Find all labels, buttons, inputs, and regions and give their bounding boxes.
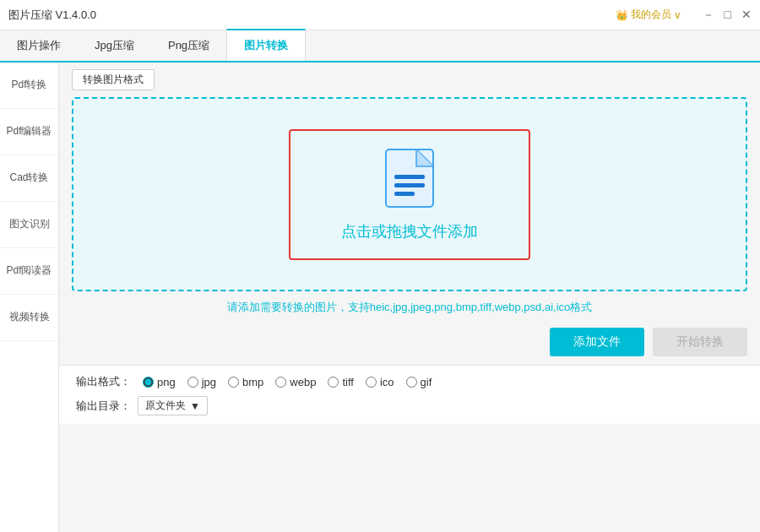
drop-text: 点击或拖拽文件添加 (341, 221, 478, 242)
sidebar-item-pdf-reader[interactable]: Pdf阅读器 (0, 248, 58, 295)
sub-toolbar: 转换图片格式 (59, 62, 760, 97)
output-format-row: 输出格式： png jpg bmp webp tiff ico (76, 374, 743, 389)
svg-rect-2 (394, 183, 425, 187)
format-jpg[interactable]: jpg (187, 376, 216, 388)
file-icon (384, 148, 435, 209)
sidebar-item-pdf-editor[interactable]: Pdf编辑器 (0, 109, 58, 155)
drop-zone[interactable]: 点击或拖拽文件添加 (72, 97, 747, 291)
main-layout: Pdf转换 Pdf编辑器 Cad转换 图文识别 Pdf阅读器 视频转换 转换图片… (0, 62, 760, 532)
sidebar: Pdf转换 Pdf编辑器 Cad转换 图文识别 Pdf阅读器 视频转换 (0, 62, 59, 532)
sidebar-item-pdf-convert[interactable]: Pdf转换 (0, 62, 58, 109)
action-bar: 添加文件 开始转换 (59, 323, 760, 365)
info-text: 请添加需要转换的图片，支持heic,jpg,jpeg,png,bmp,tiff,… (59, 291, 760, 323)
tab-png[interactable]: Png压缩 (151, 30, 226, 61)
add-file-button[interactable]: 添加文件 (550, 328, 644, 356)
format-bmp[interactable]: bmp (228, 376, 263, 388)
start-convert-button: 开始转换 (653, 328, 747, 356)
tab-jpg[interactable]: Jpg压缩 (78, 30, 151, 61)
format-webp[interactable]: webp (275, 376, 316, 388)
content-area: 转换图片格式 点击或拖拽文件添加 请添加需要转换的图片，支持heic,jpg,j… (59, 62, 760, 532)
close-button[interactable]: ✕ (741, 8, 752, 23)
format-gif[interactable]: gif (406, 376, 432, 388)
output-section: 输出格式： png jpg bmp webp tiff ico (59, 365, 760, 424)
sidebar-item-ocr[interactable]: 图文识别 (0, 202, 58, 248)
svg-rect-3 (394, 192, 415, 196)
output-dir-row: 输出目录： 原文件夹 ▼ (76, 396, 743, 415)
app-title: 图片压缩 V1.4.0.0 (8, 8, 96, 23)
window-controls: － □ ✕ (703, 8, 752, 23)
title-bar: 图片压缩 V1.4.0.0 👑 我的会员 ∨ － □ ✕ (0, 0, 760, 30)
svg-rect-1 (394, 175, 425, 179)
sidebar-item-video-convert[interactable]: 视频转换 (0, 295, 58, 341)
dropdown-icon: ▼ (190, 400, 200, 412)
convert-format-button[interactable]: 转换图片格式 (72, 69, 155, 90)
tab-bar: 图片操作 Jpg压缩 Png压缩 图片转换 (0, 30, 760, 62)
vip-button[interactable]: 👑 我的会员 ∨ (616, 8, 681, 22)
title-bar-right: 👑 我的会员 ∨ － □ ✕ (616, 8, 752, 23)
format-label: 输出格式： (76, 374, 131, 389)
tab-pic-ops[interactable]: 图片操作 (0, 30, 78, 61)
drop-zone-inner: 点击或拖拽文件添加 (289, 129, 530, 260)
minimize-button[interactable]: － (703, 8, 714, 23)
format-ico[interactable]: ico (366, 376, 394, 388)
format-tiff[interactable]: tiff (328, 376, 354, 388)
tab-convert[interactable]: 图片转换 (226, 29, 306, 61)
dir-select[interactable]: 原文件夹 ▼ (138, 396, 208, 415)
maximize-button[interactable]: □ (725, 8, 731, 23)
format-png[interactable]: png (143, 376, 176, 388)
sidebar-item-cad-convert[interactable]: Cad转换 (0, 155, 58, 202)
dir-label: 输出目录： (76, 399, 131, 414)
